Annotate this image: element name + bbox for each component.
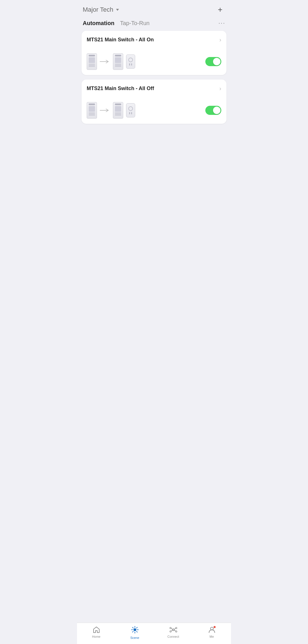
home-selector[interactable]: Major Tech [83, 6, 119, 13]
plug-pins-2 [129, 112, 132, 114]
automation-card-2: MTS21 Main Switch - All Off › [82, 80, 226, 124]
card-chevron-icon-1: › [219, 36, 221, 43]
svg-point-2 [133, 628, 136, 631]
device-line-2 [89, 65, 95, 66]
device-lines-4 [115, 113, 121, 115]
svg-point-12 [170, 627, 171, 629]
device-lines-1 [89, 64, 95, 67]
flow-arrow-2 [100, 108, 110, 113]
device-line-12 [115, 115, 121, 115]
automation-title-2: MTS21 Main Switch - All Off [87, 86, 154, 92]
plug-circle-1 [128, 58, 133, 62]
svg-line-19 [174, 630, 175, 631]
device-line-4 [115, 64, 121, 64]
svg-line-8 [136, 631, 137, 632]
device-top-1 [89, 55, 95, 56]
device-icon-trigger-2 [87, 102, 97, 119]
device-line-11 [115, 114, 121, 114]
svg-point-13 [175, 627, 177, 629]
svg-point-11 [173, 629, 174, 631]
plug-circle-2 [128, 106, 133, 111]
automation-title-1: MTS21 Main Switch - All On [87, 37, 154, 43]
device-icon-action-1b [126, 54, 135, 69]
device-lines-2 [115, 64, 121, 67]
nav-label-me: Me [210, 635, 214, 638]
card-chevron-icon-2: › [219, 85, 221, 92]
flow-arrow-1 [100, 59, 110, 64]
device-icon-action-2a [113, 102, 123, 119]
nav-label-connect: Connect [167, 635, 179, 638]
device-line-6 [115, 66, 121, 67]
automation-toggle-2[interactable] [205, 106, 221, 115]
svg-point-14 [170, 631, 171, 632]
device-top-3 [89, 103, 95, 105]
add-button[interactable]: + [215, 5, 225, 15]
plug-pin-2 [131, 63, 132, 66]
device-line-5 [115, 65, 121, 66]
me-icon-wrapper [208, 626, 216, 634]
nav-item-scene[interactable]: Scene [126, 626, 143, 639]
svg-line-10 [132, 631, 133, 632]
plug-pin-3 [129, 112, 130, 114]
automation-toggle-1[interactable] [205, 57, 221, 66]
device-screen-3 [89, 106, 95, 112]
svg-line-18 [171, 630, 173, 631]
device-icon-action-2b [126, 103, 135, 117]
plug-pin-4 [131, 112, 132, 114]
plug-pins-1 [129, 63, 132, 66]
device-line-7 [89, 113, 95, 113]
device-flow-2 [87, 102, 135, 119]
device-line-10 [115, 113, 121, 113]
scene-icon-wrapper [131, 626, 139, 635]
header: Major Tech + [77, 0, 231, 18]
device-screen-1 [89, 57, 95, 63]
chevron-down-icon [116, 9, 119, 11]
svg-line-7 [132, 627, 133, 628]
device-line-8 [89, 114, 95, 114]
nav-label-scene: Scene [130, 636, 139, 639]
svg-line-17 [174, 629, 175, 629]
automation-card-1: MTS21 Main Switch - All On › [82, 31, 226, 75]
device-icon-action-1a [113, 53, 123, 70]
nav-item-connect[interactable]: Connect [165, 626, 182, 639]
tabs-bar: Automation Tap-To-Run ··· [77, 18, 231, 31]
notification-badge [213, 626, 216, 628]
tab-automation[interactable]: Automation [83, 20, 114, 27]
svg-point-15 [175, 631, 177, 632]
device-screen-4 [115, 106, 121, 112]
tab-tap-to-run[interactable]: Tap-To-Run [120, 20, 149, 27]
card-footer-1 [87, 53, 221, 70]
device-line-1 [89, 64, 95, 64]
nav-item-home[interactable]: Home [88, 626, 105, 639]
plus-icon: + [218, 6, 222, 14]
nav-label-home: Home [92, 635, 100, 638]
svg-line-9 [136, 627, 137, 628]
card-header-2[interactable]: MTS21 Main Switch - All Off › [87, 85, 221, 92]
device-flow-1 [87, 53, 135, 70]
automations-list: MTS21 Main Switch - All On › [77, 31, 231, 124]
device-icon-trigger-1 [87, 53, 97, 70]
device-line-9 [89, 115, 95, 115]
device-screen-2 [115, 57, 121, 63]
svg-line-16 [171, 629, 173, 629]
scene-icon [131, 626, 139, 634]
card-footer-2 [87, 102, 221, 119]
connect-icon [169, 626, 177, 634]
tabs-more-button[interactable]: ··· [218, 19, 225, 27]
device-line-3 [89, 66, 95, 67]
card-header-1[interactable]: MTS21 Main Switch - All On › [87, 36, 221, 43]
device-top-2 [115, 55, 121, 56]
device-top-4 [115, 103, 121, 105]
home-name: Major Tech [83, 6, 113, 13]
plug-pin-1 [129, 63, 130, 66]
bottom-navigation: Home Scene [77, 623, 231, 644]
nav-item-me[interactable]: Me [203, 626, 220, 639]
home-icon [92, 626, 100, 634]
device-lines-3 [89, 113, 95, 115]
